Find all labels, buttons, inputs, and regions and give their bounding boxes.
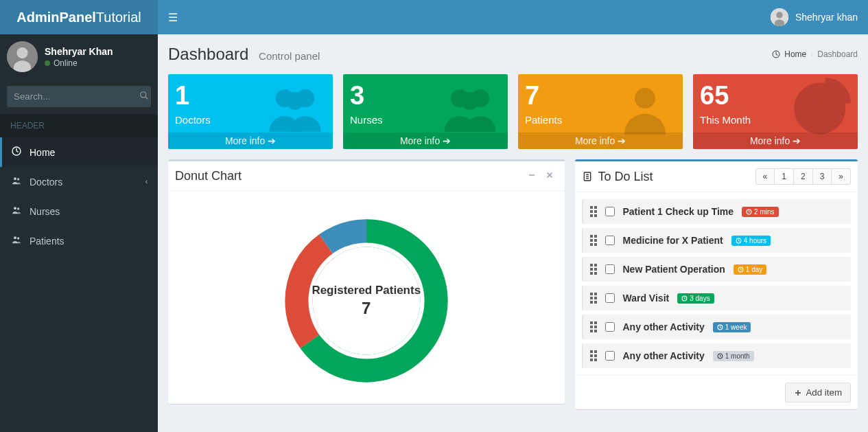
donut-center-label: Registered Patients [312, 284, 421, 297]
breadcrumb: Home › Dashboard [772, 49, 858, 59]
time-badge: 1 month [713, 351, 754, 361]
clock-icon [717, 353, 723, 359]
todo-list: Patient 1 Check up Time 2 minsMedicine f… [582, 199, 852, 368]
stat-box-patients: 7PatientsMore info ➔ [518, 74, 683, 149]
add-item-button[interactable]: Add item [785, 383, 851, 402]
time-badge: 1 day [734, 264, 766, 275]
sidebar-item-label: Doctors [30, 177, 62, 187]
time-badge: 1 week [713, 322, 751, 332]
topbar-avatar[interactable] [771, 8, 788, 26]
users-icon [10, 234, 23, 247]
dashboard-icon [10, 146, 23, 159]
sidebar-username: Shehryar Khan [45, 46, 113, 57]
sidebar-menu: HomeDoctors‹NursesPatients [0, 137, 158, 255]
svg-point-22 [635, 88, 655, 109]
users-icon [439, 78, 501, 141]
drag-handle-icon[interactable] [590, 321, 597, 332]
stat-box-this-month: 65This MonthMore info ➔ [693, 74, 858, 149]
drag-handle-icon[interactable] [590, 206, 597, 217]
search-icon [139, 91, 149, 100]
sidebar-item-label: Patients [30, 236, 64, 247]
sidebar-item-home[interactable]: Home [0, 137, 158, 167]
users-icon [10, 175, 23, 188]
svg-point-13 [776, 12, 782, 18]
todo-item: New Patient Operation 1 day [582, 257, 852, 282]
sidebar: AdminPanelTutorial Shehryar Khan Online … [0, 0, 158, 432]
svg-line-4 [145, 97, 148, 100]
sidebar-section-header: HEADER [0, 114, 158, 137]
sidebar-item-patients[interactable]: Patients [0, 226, 158, 255]
svg-point-9 [17, 207, 19, 209]
todo-text: Medicine for X Patient [623, 235, 723, 246]
clock-icon [746, 209, 752, 215]
pie-icon [789, 78, 851, 141]
todo-checkbox[interactable] [605, 207, 615, 216]
todo-pagination: «123» [755, 168, 851, 185]
search-input[interactable] [7, 86, 137, 107]
drag-handle-icon[interactable] [590, 264, 597, 275]
page-title: Dashboard Control panel [168, 45, 320, 64]
clock-icon [736, 238, 742, 244]
page-2[interactable]: 2 [794, 168, 813, 185]
menu-toggle-icon[interactable]: ☰ [168, 11, 178, 24]
svg-point-3 [140, 92, 145, 98]
todo-checkbox[interactable] [605, 264, 615, 274]
users-icon [10, 205, 23, 218]
sidebar-item-label: Home [30, 147, 55, 158]
breadcrumb-home[interactable]: Home [784, 49, 806, 59]
close-button[interactable] [541, 168, 558, 183]
search-button[interactable] [137, 86, 151, 107]
todo-checkbox[interactable] [605, 351, 615, 361]
stats-row: 1DoctorsMore info ➔3NursesMore info ➔7Pa… [168, 74, 858, 149]
todo-text: Any other Activity [623, 350, 705, 361]
todo-item: Any other Activity 1 week [582, 315, 852, 339]
svg-point-18 [286, 92, 304, 110]
chevron-left-icon: ‹ [145, 178, 148, 185]
brand-light: Tutorial [96, 10, 141, 25]
content-header: Dashboard Control panel Home › Dashboard [158, 34, 868, 64]
svg-point-10 [14, 236, 16, 239]
sidebar-user-status: Online [45, 58, 113, 68]
todo-title: To Do List [582, 170, 653, 184]
topbar: ☰ Shehryar khan [158, 0, 868, 34]
svg-point-1 [16, 47, 27, 58]
brand-bold: AdminPanel [16, 10, 96, 25]
sidebar-item-doctors[interactable]: Doctors‹ [0, 167, 158, 196]
collapse-button[interactable] [524, 168, 540, 183]
online-dot-icon [45, 60, 50, 66]
person-icon [614, 78, 676, 141]
page-«[interactable]: « [755, 168, 775, 185]
donut-title: Donut Chart [175, 169, 242, 183]
dashboard-icon [772, 50, 780, 58]
clock-icon [738, 266, 744, 273]
todo-checkbox[interactable] [605, 236, 615, 245]
page-»[interactable]: » [832, 168, 851, 185]
page-subtitle: Control panel [259, 50, 320, 62]
users-icon [264, 78, 326, 141]
drag-handle-icon[interactable] [590, 350, 597, 361]
svg-point-21 [461, 92, 479, 110]
stat-box-doctors: 1DoctorsMore info ➔ [168, 74, 333, 149]
time-badge: 3 days [677, 293, 714, 304]
svg-point-7 [17, 178, 19, 180]
time-badge: 2 mins [742, 207, 778, 217]
topbar-username[interactable]: Shehryar khan [795, 12, 858, 23]
sidebar-user-panel: Shehryar Khan Online [0, 34, 158, 79]
sidebar-item-label: Nurses [30, 206, 60, 217]
donut-center-value: 7 [362, 299, 371, 318]
brand-logo[interactable]: AdminPanelTutorial [0, 0, 158, 34]
drag-handle-icon[interactable] [590, 235, 597, 246]
time-badge: 4 hours [731, 236, 771, 246]
todo-item: Ward Visit 3 days [582, 286, 852, 310]
todo-checkbox[interactable] [605, 293, 615, 303]
drag-handle-icon[interactable] [590, 293, 597, 304]
todo-item: Medicine for X Patient 4 hours [582, 228, 852, 253]
donut-chart: Registered Patients 7 [277, 212, 456, 390]
page-3[interactable]: 3 [813, 168, 832, 185]
minus-icon [528, 171, 536, 179]
todo-text: Patient 1 Check up Time [623, 206, 734, 217]
todo-text: Ward Visit [623, 293, 670, 304]
page-1[interactable]: 1 [775, 168, 794, 185]
todo-checkbox[interactable] [605, 322, 615, 332]
sidebar-item-nurses[interactable]: Nurses [0, 196, 158, 226]
